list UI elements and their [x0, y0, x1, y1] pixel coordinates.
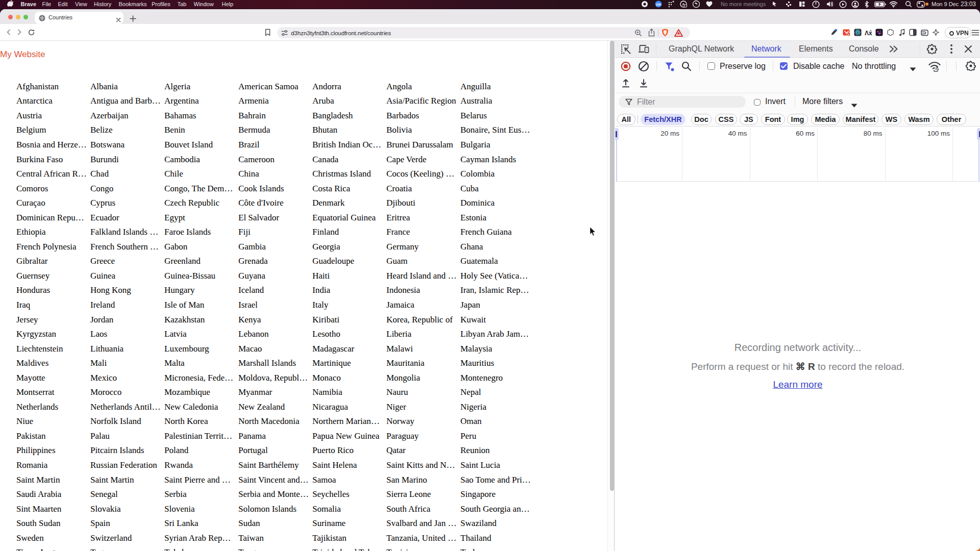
svg-text:zm: zm — [656, 3, 661, 6]
svg-text:6: 6 — [848, 33, 849, 36]
